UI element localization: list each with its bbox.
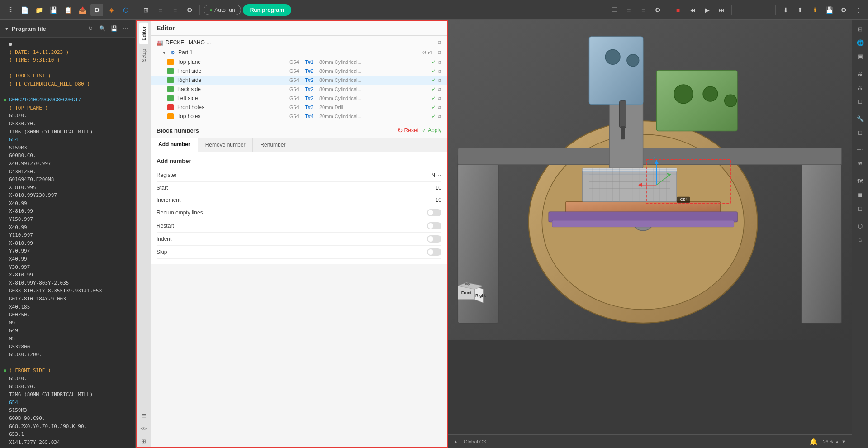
op-top-plane[interactable]: Top plane G54 T#1 80mm Cylindrical... ✓ … bbox=[151, 57, 447, 67]
rt-terrain2-icon[interactable]: ◻ bbox=[854, 202, 867, 214]
auto-run-button[interactable]: ● Auto run bbox=[204, 5, 241, 15]
code-line: ( TOP PLANE ) bbox=[4, 104, 132, 112]
rt-wrench-icon[interactable]: 🔧 bbox=[854, 112, 867, 125]
save-btn[interactable]: 💾 bbox=[109, 24, 119, 33]
tab-remove-number[interactable]: Remove number bbox=[198, 138, 253, 152]
zoom-arrow-up[interactable]: ▲ bbox=[835, 439, 840, 444]
stop-icon[interactable]: ■ bbox=[672, 4, 684, 16]
copy-op-icon4[interactable]: ⧉ bbox=[438, 86, 441, 92]
skip-toggle[interactable] bbox=[427, 248, 441, 256]
svg-point-15 bbox=[674, 85, 693, 104]
rt-box2-icon[interactable]: ◻ bbox=[854, 126, 867, 138]
rt-box-icon[interactable]: ◻ bbox=[854, 95, 867, 107]
toolbar-right: ☰ ≡ ≡ ⚙ ■ ⏮ ▶ ⏭ ⬇ ⬆ ℹ 💾 ⚙ ⋮ bbox=[608, 4, 864, 16]
op-right-side[interactable]: Right side G54 T#2 80mm Cylindrical... ✓… bbox=[151, 76, 447, 85]
copy-icon2[interactable]: ⧉ bbox=[438, 50, 441, 56]
collapse-arrow[interactable]: ▼ bbox=[5, 26, 9, 31]
search-btn[interactable]: 🔍 bbox=[97, 24, 107, 33]
table-icon[interactable]: ≡ bbox=[154, 4, 167, 16]
view-3d[interactable]: GS4 Z Front Right Top bbox=[448, 20, 852, 434]
forward-icon[interactable]: ⏭ bbox=[715, 4, 728, 16]
cam-icon[interactable]: ⬡ bbox=[119, 4, 132, 16]
tab-setup[interactable]: Setup bbox=[139, 45, 148, 66]
grid-icon[interactable]: ⊞ bbox=[140, 4, 152, 16]
rt-layers2-icon[interactable]: ≋ bbox=[854, 157, 867, 170]
rewind-icon[interactable]: ⏮ bbox=[686, 4, 699, 16]
reset-button[interactable]: ↻ Reset bbox=[398, 127, 418, 134]
renum-empty-toggle[interactable] bbox=[427, 209, 441, 216]
op-back-side[interactable]: Back side G54 T#2 80mm Cylindrical... ✓ … bbox=[151, 85, 447, 94]
copy-op-icon3[interactable]: ⧉ bbox=[438, 77, 441, 83]
machine-row[interactable]: 🏭 DECKEL MAHO ... ⧉ bbox=[151, 38, 447, 48]
expand-icon[interactable]: ▼ bbox=[162, 50, 167, 55]
code-line: G54 bbox=[4, 136, 132, 144]
tab-editor[interactable]: Editor bbox=[139, 23, 148, 44]
save-icon[interactable]: 💾 bbox=[47, 4, 60, 16]
copy-icon[interactable]: ⧉ bbox=[438, 40, 441, 46]
op-left-side[interactable]: Left side G54 T#2 80mm Cylindrical... ✓ … bbox=[151, 94, 447, 103]
code-icon[interactable]: </> bbox=[138, 423, 150, 434]
rt-expand-icon[interactable]: ⊞ bbox=[854, 23, 867, 35]
save-as-icon[interactable]: 📋 bbox=[62, 4, 74, 16]
grid2-icon[interactable]: ⊞ bbox=[138, 435, 150, 447]
info-icon[interactable]: ℹ bbox=[808, 4, 821, 16]
code-line: ( T1 CYLINDRICAL_MILL D80 ) bbox=[4, 80, 132, 88]
refresh-btn[interactable]: ↻ bbox=[85, 24, 95, 33]
machine-svg: GS4 Z Front Right Top bbox=[448, 20, 852, 340]
svg-text:Top: Top bbox=[465, 282, 470, 286]
code-area[interactable]: ● ( DATE: 14.11.2023 ) ( TIME: 9:31:10 )… bbox=[0, 38, 135, 448]
settings-icon[interactable]: ⚙ bbox=[183, 4, 196, 16]
rt-wave-icon[interactable]: 〰 bbox=[854, 143, 867, 156]
svg-rect-6 bbox=[801, 155, 841, 323]
save2-icon[interactable]: 💾 bbox=[823, 4, 835, 16]
menu-icon[interactable]: ☰ bbox=[608, 4, 621, 16]
rt-sep4 bbox=[856, 172, 865, 172]
list-icon[interactable]: ≡ bbox=[169, 4, 181, 16]
config-icon[interactable]: ⚙ bbox=[837, 4, 850, 16]
new-file-icon[interactable]: 📄 bbox=[18, 4, 31, 16]
justify-icon[interactable]: ≡ bbox=[637, 4, 650, 16]
code-line: X-810.99 bbox=[4, 239, 132, 248]
export-icon[interactable]: 📤 bbox=[76, 4, 89, 16]
copy-op-icon5[interactable]: ⧉ bbox=[438, 95, 441, 101]
rt-home-icon[interactable]: ⌂ bbox=[854, 233, 867, 246]
color-icon[interactable]: ◈ bbox=[105, 4, 118, 16]
more-icon[interactable]: ⋮ bbox=[852, 4, 864, 16]
tool-icon[interactable]: ⚙ bbox=[90, 4, 103, 16]
zoom-arrow-down[interactable]: ▼ bbox=[841, 439, 846, 444]
apply-button[interactable]: ✓ Apply bbox=[422, 127, 441, 133]
gear2-icon[interactable]: ⚙ bbox=[651, 4, 664, 16]
code-line: G532800. bbox=[4, 343, 132, 351]
op-top-holes[interactable]: Top holes G54 T#4 20mm Cylindrical... ✓ … bbox=[151, 112, 447, 121]
op-front-side[interactable]: Front side G54 T#2 80mm Cylindrical... ✓… bbox=[151, 67, 447, 76]
play-icon[interactable]: ▶ bbox=[701, 4, 713, 16]
tab-add-number[interactable]: Add number bbox=[151, 138, 198, 152]
register-more-icon[interactable]: ⋯ bbox=[435, 172, 441, 179]
part-row[interactable]: ▼ ⚙ Part 1 G54 ⧉ bbox=[151, 48, 447, 57]
rt-layers-icon[interactable]: ▣ bbox=[854, 50, 867, 62]
copy-op-icon7[interactable]: ⧉ bbox=[438, 114, 441, 119]
rt-cube-icon[interactable]: ⬡ bbox=[854, 219, 867, 232]
copy-op-icon6[interactable]: ⧉ bbox=[438, 105, 441, 110]
download-icon[interactable]: ⬇ bbox=[779, 4, 792, 16]
menu2-icon[interactable]: ☰ bbox=[138, 410, 150, 422]
increment-label: Increment bbox=[157, 197, 423, 203]
restart-toggle[interactable] bbox=[427, 222, 441, 229]
copy-op-icon[interactable]: ⧉ bbox=[438, 59, 441, 65]
list2-icon[interactable]: ≡ bbox=[622, 4, 635, 16]
notification-icon[interactable]: 🔔 bbox=[810, 438, 817, 445]
copy-op-icon2[interactable]: ⧉ bbox=[438, 68, 441, 74]
rt-print1-icon[interactable]: 🖨 bbox=[854, 67, 867, 80]
run-program-button[interactable]: Run program bbox=[243, 4, 291, 16]
tab-renumber[interactable]: Renumber bbox=[253, 138, 293, 152]
more-btn[interactable]: ⋯ bbox=[121, 24, 131, 33]
rt-print2-icon[interactable]: 🖨 bbox=[854, 81, 867, 94]
apps-icon[interactable]: ⠿ bbox=[4, 4, 16, 16]
rt-terrain-icon[interactable]: ◼ bbox=[854, 188, 867, 201]
op-front-holes[interactable]: Front holes G54 T#3 20mm Drill ✓ ⧉ bbox=[151, 103, 447, 112]
upload-icon[interactable]: ⬆ bbox=[794, 4, 806, 16]
rt-globe-icon[interactable]: 🌐 bbox=[854, 36, 867, 49]
rt-map-icon[interactable]: 🗺 bbox=[854, 175, 867, 187]
open-file-icon[interactable]: 📁 bbox=[33, 4, 45, 16]
indent-toggle[interactable] bbox=[427, 235, 441, 243]
